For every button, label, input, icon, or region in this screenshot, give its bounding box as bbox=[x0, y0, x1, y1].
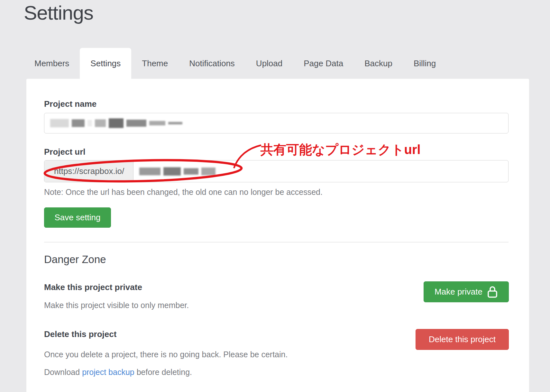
redacted-project-name bbox=[50, 118, 182, 128]
make-private-description: Make this project visible to only member… bbox=[44, 301, 189, 310]
lock-icon bbox=[487, 286, 498, 298]
delete-project-title: Delete this project bbox=[44, 329, 116, 339]
tab-billing[interactable]: Billing bbox=[403, 48, 446, 79]
project-backup-link[interactable]: project backup bbox=[82, 368, 134, 377]
url-prefix-addon: https://scrapbox.io/ bbox=[44, 160, 133, 182]
tab-page-data[interactable]: Page Data bbox=[293, 48, 354, 79]
page-title: Settings bbox=[24, 1, 93, 24]
delete-warning: Once you delete a project, there is no g… bbox=[44, 350, 288, 359]
tab-members[interactable]: Members bbox=[24, 48, 80, 79]
make-private-button[interactable]: Make private bbox=[424, 281, 509, 302]
redacted-project-url bbox=[139, 167, 215, 176]
project-url-input[interactable]: https://scrapbox.io/ bbox=[44, 160, 509, 182]
tab-notifications[interactable]: Notifications bbox=[179, 48, 245, 79]
make-private-title: Make this project private bbox=[44, 282, 142, 292]
settings-page: { "page": { "title": "Settings" }, "tabs… bbox=[0, 0, 550, 392]
make-private-button-label: Make private bbox=[435, 287, 482, 297]
tab-settings[interactable]: Settings bbox=[80, 48, 131, 79]
section-divider bbox=[44, 242, 509, 242]
tab-theme[interactable]: Theme bbox=[131, 48, 179, 79]
backup-line: Download project backup before deleting. bbox=[44, 368, 192, 377]
url-note: Note: Once the url has been changed, the… bbox=[44, 187, 323, 197]
backup-line-before: Download bbox=[44, 368, 82, 377]
annotation-label: 共有可能なプロジェクトurl bbox=[261, 141, 421, 159]
tab-upload[interactable]: Upload bbox=[245, 48, 293, 79]
project-name-label: Project name bbox=[44, 99, 96, 109]
save-setting-button[interactable]: Save setting bbox=[44, 207, 111, 228]
danger-zone-heading: Danger Zone bbox=[44, 253, 106, 266]
settings-tab-bar: Members Settings Theme Notifications Upl… bbox=[24, 48, 446, 79]
project-name-input[interactable] bbox=[44, 113, 509, 133]
tab-backup[interactable]: Backup bbox=[354, 48, 403, 79]
backup-line-after: before deleting. bbox=[134, 368, 192, 377]
project-url-label: Project url bbox=[44, 147, 86, 157]
settings-panel: Project name Project url https://scrapbo… bbox=[26, 79, 529, 392]
delete-project-button[interactable]: Delete this project bbox=[416, 329, 509, 350]
